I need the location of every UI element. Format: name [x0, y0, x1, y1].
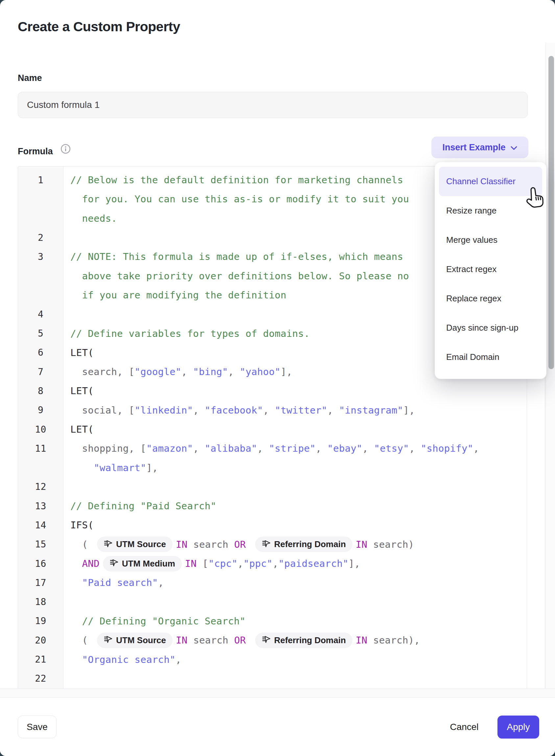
code-line[interactable]: ( UTM SourceIN search OR Referring Domai…	[64, 631, 527, 650]
create-custom-property-modal: Create a Custom Property Name Formula In…	[0, 0, 555, 756]
line-number: 3	[18, 247, 63, 266]
variable-chip-label: UTM Source	[116, 635, 166, 645]
code-token: "amazon"	[146, 443, 193, 454]
info-circle-icon[interactable]	[60, 144, 71, 154]
cancel-button[interactable]: Cancel	[443, 716, 486, 738]
horizontal-scrollbar-track[interactable]	[0, 688, 555, 698]
save-button[interactable]: Save	[18, 716, 56, 738]
code-line[interactable]: LET(	[64, 420, 527, 439]
code-token: IN	[356, 635, 368, 646]
code-token: "ppc"	[243, 558, 272, 569]
line-number: 9	[18, 401, 63, 420]
code-line[interactable]: // Defining "Paid Search"	[64, 496, 527, 516]
code-token: "instagram"	[339, 405, 403, 416]
line-number	[18, 285, 63, 305]
code-line[interactable]	[64, 477, 527, 496]
line-number: 1	[18, 170, 63, 190]
variable-chip[interactable]: UTM Source	[97, 633, 173, 648]
variable-chip[interactable]: UTM Source	[97, 536, 173, 552]
line-number: 7	[18, 362, 63, 381]
code-token: (	[70, 635, 94, 646]
code-token: social, [	[70, 405, 134, 416]
code-token: ],	[348, 558, 360, 569]
code-token: IN	[176, 635, 188, 646]
line-number: 15	[18, 535, 63, 554]
code-token: ,	[473, 443, 479, 454]
variable-send-icon	[103, 635, 113, 646]
variable-chip-label: Referring Domain	[274, 635, 346, 645]
code-token: LET(	[70, 385, 94, 396]
code-token	[70, 462, 94, 473]
code-line[interactable]	[64, 669, 527, 688]
variable-chip[interactable]: UTM Medium	[103, 556, 182, 571]
line-number: 18	[18, 593, 63, 611]
code-token: [	[197, 558, 208, 569]
code-token: "shopify"	[421, 443, 473, 454]
line-number: 12	[18, 477, 63, 496]
code-token: ,	[176, 654, 181, 665]
code-token: ,	[327, 405, 339, 416]
code-token: IFS(	[70, 519, 94, 531]
code-token: above take priority over definitions bel…	[70, 270, 409, 282]
code-token: ,	[272, 558, 279, 569]
code-token: // NOTE: This formula is made up of if-e…	[70, 251, 403, 262]
vertical-scrollbar-thumb[interactable]	[548, 56, 554, 369]
code-token: shopping, [	[70, 443, 146, 454]
code-token	[246, 635, 252, 646]
code-line[interactable]: social, ["linkedin", "facebook", "twitte…	[64, 401, 527, 420]
menu-item-merge-values[interactable]: Merge values	[439, 225, 542, 254]
code-line[interactable]: "Organic search",	[64, 650, 527, 669]
code-token: ,	[257, 443, 269, 454]
chevron-down-icon	[510, 143, 517, 153]
code-token: ,	[238, 558, 243, 569]
code-line[interactable]: // Defining "Organic Search"	[64, 611, 527, 631]
variable-chip[interactable]: Referring Domain	[255, 633, 352, 648]
line-number: 2	[18, 228, 63, 247]
code-line[interactable]: "walmart"],	[64, 458, 527, 477]
insert-example-button[interactable]: Insert Example	[431, 136, 528, 158]
name-input[interactable]	[18, 92, 528, 118]
code-token: needs.	[70, 213, 117, 224]
code-line[interactable]: IFS(	[64, 516, 527, 534]
code-token: ],	[146, 462, 158, 473]
code-token: (	[70, 539, 94, 550]
code-line[interactable]: shopping, ["amazon", "alibaba", "stripe"…	[64, 439, 527, 458]
code-token: "alibaba"	[205, 443, 257, 454]
variable-chip-label: UTM Source	[116, 539, 166, 549]
code-token: ,	[263, 405, 275, 416]
line-number: 17	[18, 573, 63, 592]
code-line[interactable]: LET(	[64, 381, 527, 400]
menu-item-email-domain[interactable]: Email Domain	[439, 343, 542, 372]
code-token: LET(	[70, 424, 94, 435]
code-line[interactable]: "Paid search",	[64, 573, 527, 592]
code-token: // Below is the default definition for m…	[70, 174, 403, 186]
menu-item-extract-regex[interactable]: Extract regex	[439, 254, 542, 284]
apply-button[interactable]: Apply	[498, 716, 539, 739]
page-title: Create a Custom Property	[18, 19, 180, 35]
code-token: "linkedin"	[134, 405, 193, 416]
line-number: 13	[18, 496, 63, 516]
code-token: "ebay"	[327, 443, 362, 454]
menu-item-replace-regex[interactable]: Replace regex	[439, 284, 542, 313]
menu-item-days-since-sign-up[interactable]: Days since sign-up	[439, 313, 542, 343]
variable-chip[interactable]: Referring Domain	[255, 536, 352, 552]
code-token: ],	[281, 366, 292, 377]
code-token: ,	[193, 405, 205, 416]
line-number-gutter: 12345678910111213141516171819202122	[18, 166, 63, 689]
code-line[interactable]: ANDUTM MediumIN ["cpc","ppc","paidsearch…	[64, 554, 527, 573]
variable-send-icon	[103, 539, 113, 550]
variable-send-icon	[262, 635, 270, 646]
code-token: AND	[82, 558, 100, 569]
code-token: "google"	[134, 366, 181, 377]
line-number	[18, 209, 63, 228]
line-number: 20	[18, 631, 63, 650]
formula-label: Formula	[18, 147, 53, 157]
code-line[interactable]	[64, 593, 527, 611]
line-number	[18, 266, 63, 285]
code-token	[70, 654, 82, 665]
code-token: OR	[234, 635, 246, 646]
code-line[interactable]: ( UTM SourceIN search OR Referring Domai…	[64, 535, 527, 554]
code-token: ],	[403, 405, 415, 416]
code-token: "walmart"	[94, 462, 146, 473]
line-number: 6	[18, 343, 63, 362]
